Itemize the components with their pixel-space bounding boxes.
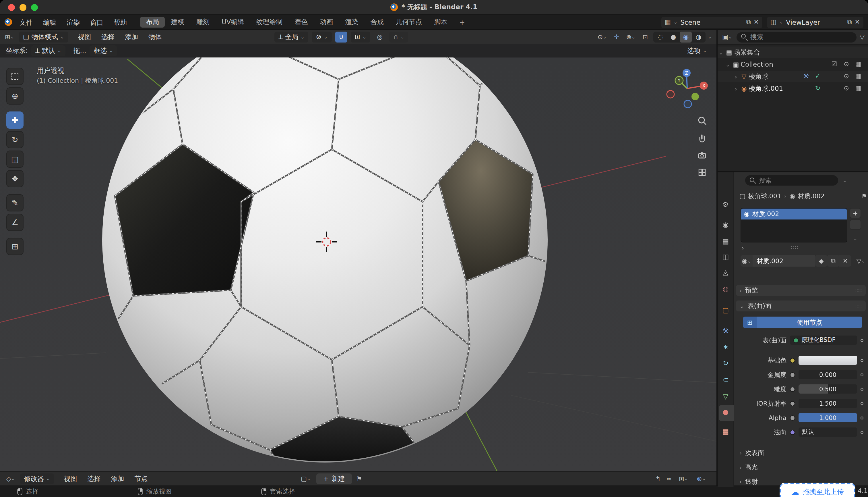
subsurface-section-header[interactable]: › 次表面 <box>736 448 866 458</box>
workspace-tab-uv[interactable]: UV编辑 <box>216 17 250 28</box>
menu-add[interactable]: 添加 <box>120 31 143 43</box>
disable-render-icon[interactable]: ▦ <box>855 72 861 80</box>
properties-options-dropdown[interactable]: ⌄ <box>843 178 847 183</box>
workspace-tab-scripting[interactable]: 脚本 <box>429 17 453 28</box>
show-gizmo-toggle[interactable]: ✛ <box>610 31 622 42</box>
surface-panel-header[interactable]: ⌄ 表(曲)面 ∷∷ <box>736 300 866 311</box>
remove-viewlayer-icon[interactable]: ✕ <box>855 18 860 26</box>
drag-mode-dropdown[interactable]: 框选 ⌄ <box>90 45 117 56</box>
new-viewlayer-icon[interactable]: ⧉ <box>847 18 852 26</box>
menu-help[interactable]: 帮助 <box>108 16 132 28</box>
editor-type-node-icon[interactable]: ◇ ⌄ <box>4 473 17 484</box>
properties-tab-physics[interactable]: ↻ <box>718 359 734 371</box>
expand-icon[interactable]: ⌄ <box>718 49 724 55</box>
resize-grip[interactable]: ∷∷ <box>791 245 799 251</box>
properties-tab-material[interactable]: ● <box>718 408 734 420</box>
zoom-window-button[interactable] <box>31 4 38 11</box>
outliner-search-input[interactable]: 搜索 <box>737 32 856 42</box>
tool-rotate[interactable]: ↻ <box>6 131 24 148</box>
options-dropdown[interactable]: 选项 ⌄ <box>683 45 711 56</box>
properties-tab-tool[interactable]: ⚙ <box>718 200 734 212</box>
node-menu-node[interactable]: 节点 <box>129 473 153 484</box>
shading-material-preview-button[interactable]: ◉ <box>680 31 692 42</box>
falloff-dropdown[interactable]: ∩ ⌄ <box>389 31 408 42</box>
remove-slot-button[interactable]: − <box>850 219 861 230</box>
fake-user-button[interactable]: ◆ <box>815 255 827 267</box>
material-name-field[interactable]: 材质.002 <box>753 255 815 267</box>
outliner-row-mesh2[interactable]: › ◉ 棱角球.001 ↻ ⊙ ▦ <box>718 83 868 94</box>
axis-neg-x-ball[interactable] <box>667 90 674 98</box>
tool-move[interactable]: ✚ <box>6 112 24 129</box>
keyframe-dot[interactable] <box>860 387 864 390</box>
node-tree-type-dropdown[interactable]: 修改器 ⌄ <box>20 473 54 484</box>
outliner-row-mesh1[interactable]: › ▽ 棱角球 ⚒ ✓ ⊙ ▦ <box>718 71 868 82</box>
overlays-dropdown[interactable]: ⊚ ⌄ <box>625 31 637 42</box>
zoom-button[interactable] <box>693 113 711 129</box>
menu-window[interactable]: 窗口 <box>85 16 108 28</box>
slot-expand-icon[interactable]: › <box>742 245 744 251</box>
transform-orientation-dropdown[interactable]: ⟂ 默认 ⌄ <box>31 45 65 56</box>
preview-panel-header[interactable]: › 预览 ∷∷ <box>736 285 866 296</box>
keyframe-dot[interactable] <box>860 402 864 405</box>
menu-object[interactable]: 物体 <box>143 31 167 43</box>
tool-scale[interactable]: ◱ <box>6 151 24 168</box>
workspace-tab-shading[interactable]: 着色 <box>289 17 314 28</box>
visibility-dropdown[interactable]: ⊙ ⌄ <box>596 31 608 42</box>
workspace-tab-layout[interactable]: 布局 <box>140 17 165 28</box>
properties-tab-view-layer[interactable]: ◫ <box>718 253 734 264</box>
workspace-tab-modeling[interactable]: 建模 <box>165 17 190 28</box>
unlink-material-button[interactable]: ✕ <box>839 255 851 267</box>
workspace-tab-animation[interactable]: 动画 <box>314 17 339 28</box>
keyframe-dot[interactable] <box>860 339 864 342</box>
normal-dropdown[interactable]: 默认 <box>798 427 857 437</box>
drag-grip-icon[interactable]: ∷∷ <box>854 303 862 309</box>
node-snap-dropdown[interactable]: ⊞ ⌄ <box>677 473 690 484</box>
orientation-dropdown[interactable]: ⟂ 全局 ⌄ <box>275 31 309 42</box>
workspace-tab-rendering[interactable]: 渲染 <box>340 17 364 28</box>
tool-measure[interactable]: ∠ <box>6 214 24 231</box>
minimize-window-button[interactable] <box>19 4 26 11</box>
outliner-row-scene-collection[interactable]: ⌄ ▤ 场景集合 <box>718 46 868 58</box>
properties-tab-constraints[interactable]: ⊂ <box>718 376 734 387</box>
viewport-3d[interactable]: 用户透视 (1) Collection | 棱角球.001 ⊕ ✚ ↻ ◱ ❖ … <box>0 57 717 471</box>
node-menu-view[interactable]: 视图 <box>59 473 82 484</box>
new-material-button[interactable]: ⧉ <box>827 255 839 267</box>
expand-icon[interactable]: › <box>733 85 739 91</box>
breadcrumb-material[interactable]: 材质.002 <box>798 192 825 200</box>
expand-icon[interactable]: › <box>733 73 739 80</box>
properties-tab-object[interactable]: ▢ <box>718 306 734 318</box>
axis-neg-z-ball[interactable] <box>684 100 691 108</box>
roughness-slider[interactable]: 0.500 <box>798 384 857 394</box>
tool-transform[interactable]: ❖ <box>6 170 24 187</box>
viewport-3d-canvas[interactable] <box>0 57 717 471</box>
node-menu-select[interactable]: 选择 <box>82 473 106 484</box>
properties-tab-render[interactable]: ◉ <box>718 221 734 232</box>
outliner-display-mode-dropdown[interactable]: ▣ ⌄ <box>721 32 733 43</box>
material-slot-active[interactable]: ◉ 材质.002 <box>741 209 847 219</box>
shading-wireframe-button[interactable]: ◌ <box>655 31 667 42</box>
menu-render[interactable]: 渲染 <box>61 16 85 28</box>
proportional-editing-toggle[interactable]: ◎ <box>374 31 386 42</box>
pin-icon[interactable]: ⚑ <box>356 475 362 482</box>
menu-edit[interactable]: 编辑 <box>38 16 61 28</box>
keyframe-dot[interactable] <box>860 359 864 362</box>
shading-rendered-button[interactable]: ◑ <box>693 31 705 42</box>
shading-solid-button[interactable]: ● <box>667 31 679 42</box>
unlink-scene-icon[interactable]: ✕ <box>754 18 759 26</box>
pan-button[interactable] <box>693 130 711 146</box>
camera-view-button[interactable] <box>693 147 711 163</box>
expand-icon[interactable]: ⌄ <box>724 61 731 68</box>
use-nodes-button[interactable]: ⊞ 使用节点 <box>743 316 862 328</box>
keyframe-dot[interactable] <box>860 373 864 376</box>
ior-slider[interactable]: 1.500 <box>798 399 857 408</box>
tool-cursor[interactable]: ⊕ <box>6 87 24 104</box>
menu-view[interactable]: 视图 <box>73 31 96 43</box>
properties-tab-object-data[interactable]: ▽ <box>718 393 734 404</box>
shading-options-dropdown[interactable]: ⌄ <box>708 34 712 39</box>
parent-node-tree-icon[interactable]: ↰ <box>655 475 661 482</box>
properties-tab-scene[interactable]: ◬ <box>718 268 734 280</box>
mode-dropdown[interactable]: ▢ 物体模式 ⌄ <box>19 31 68 42</box>
snap-toggle[interactable]: ∪ <box>335 31 347 42</box>
upload-dropzone-overlay[interactable]: ☁ 拖拽至此上传 <box>780 483 855 497</box>
browse-material-dropdown[interactable]: ◉ ⌄ <box>740 255 753 267</box>
